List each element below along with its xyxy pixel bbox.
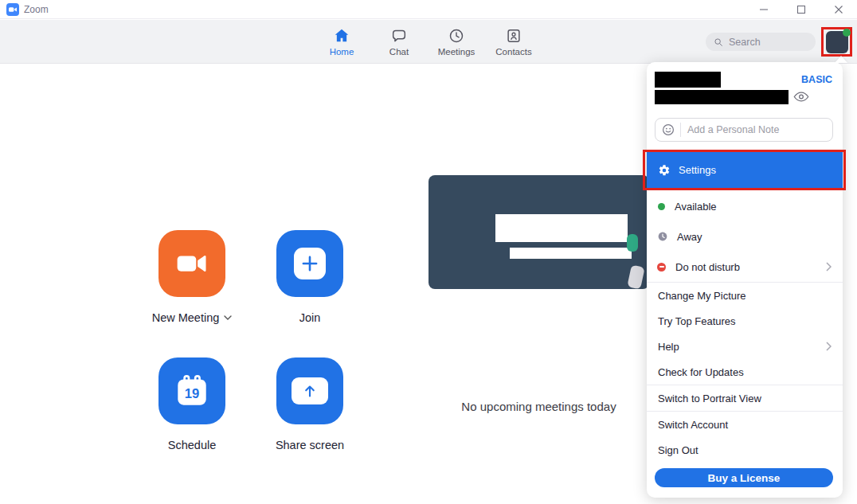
menu-item-switch-account[interactable]: Switch Account bbox=[647, 412, 843, 437]
change-my-picture-label: Change My Picture bbox=[658, 290, 832, 302]
join-label: Join bbox=[299, 311, 321, 324]
dnd-dot-icon bbox=[657, 263, 666, 272]
presence-dot-icon bbox=[843, 29, 851, 37]
search-icon bbox=[713, 37, 724, 48]
plan-badge: BASIC bbox=[801, 74, 832, 85]
share-screen-label: Share screen bbox=[276, 439, 344, 451]
menu-item-sign-out[interactable]: Sign Out bbox=[647, 437, 843, 463]
contacts-icon bbox=[505, 27, 522, 45]
tab-chat-label: Chat bbox=[389, 47, 409, 57]
chevron-right-icon bbox=[826, 262, 832, 272]
menu-item-switch-to-portrait-view[interactable]: Switch to Portrait View bbox=[647, 385, 843, 411]
arrow-up-icon bbox=[292, 377, 328, 404]
new-meeting-label: New Meeting bbox=[152, 311, 220, 324]
home-icon bbox=[333, 27, 350, 45]
menu-item-check-for-updates[interactable]: Check for Updates bbox=[647, 359, 843, 385]
maximize-button[interactable] bbox=[782, 0, 820, 19]
redacted-meeting-date bbox=[510, 248, 632, 259]
try-top-features-label: Try Top Features bbox=[658, 315, 832, 327]
status-do-not-disturb[interactable]: Do not disturb bbox=[647, 252, 843, 282]
tab-home-label: Home bbox=[330, 47, 354, 57]
redacted-meeting-time bbox=[495, 214, 628, 242]
share-screen-button[interactable]: Share screen bbox=[276, 357, 343, 451]
zoom-app-window: Zoom Home C bbox=[0, 0, 857, 504]
status-dnd-label: Do not disturb bbox=[675, 261, 816, 273]
status-available-label: Available bbox=[675, 201, 832, 213]
settings-label: Settings bbox=[679, 164, 716, 176]
search-input[interactable]: Search bbox=[706, 33, 816, 51]
chevron-down-icon[interactable] bbox=[224, 315, 232, 320]
meeting-card bbox=[428, 175, 649, 289]
emoji-icon[interactable] bbox=[655, 123, 681, 137]
header-bar: Home Chat Meetings Contacts bbox=[0, 20, 857, 64]
tab-home[interactable]: Home bbox=[319, 23, 364, 60]
calendar-date: 19 bbox=[185, 386, 200, 401]
join-button[interactable]: Join bbox=[276, 230, 343, 324]
status-away[interactable]: Away bbox=[647, 221, 843, 252]
sign-out-label: Sign Out bbox=[658, 444, 832, 456]
zoom-logo-icon bbox=[6, 3, 19, 16]
switch-account-label: Switch Account bbox=[658, 419, 832, 431]
menu-item-change-my-picture[interactable]: Change My Picture bbox=[647, 283, 843, 308]
title-bar: Zoom bbox=[0, 0, 857, 19]
schedule-button[interactable]: 19 Schedule bbox=[158, 357, 225, 451]
profile-menu: BASIC Add a Personal Note Settings Avail… bbox=[647, 62, 843, 498]
calendar-icon: 19 bbox=[172, 371, 212, 411]
tab-meetings[interactable]: Meetings bbox=[434, 23, 479, 60]
dropdown-pointer bbox=[835, 56, 847, 63]
tab-chat[interactable]: Chat bbox=[377, 23, 421, 60]
menu-item-settings[interactable]: Settings bbox=[647, 152, 843, 188]
available-dot-icon bbox=[658, 203, 665, 210]
eye-icon[interactable] bbox=[793, 91, 809, 103]
clock-icon bbox=[448, 27, 465, 45]
switch-to-portrait-view-label: Switch to Portrait View bbox=[658, 393, 832, 404]
new-meeting-button[interactable]: New Meeting bbox=[158, 230, 225, 324]
chat-icon bbox=[390, 27, 408, 45]
window-title: Zoom bbox=[24, 0, 49, 19]
video-camera-icon bbox=[175, 247, 209, 280]
avatar-highlight-box bbox=[821, 27, 852, 57]
search-placeholder: Search bbox=[729, 37, 761, 48]
personal-note-input[interactable]: Add a Personal Note bbox=[655, 118, 833, 142]
minimize-button[interactable] bbox=[745, 0, 782, 19]
menu-item-help[interactable]: Help bbox=[647, 334, 843, 359]
help-label: Help bbox=[658, 341, 826, 353]
plus-icon bbox=[294, 248, 326, 279]
card-decoration bbox=[627, 265, 644, 290]
tab-contacts-label: Contacts bbox=[495, 47, 531, 57]
main-nav: Home Chat Meetings Contacts bbox=[319, 23, 536, 60]
chevron-right-icon bbox=[826, 342, 832, 351]
menu-item-try-top-features[interactable]: Try Top Features bbox=[647, 308, 843, 334]
status-available[interactable]: Available bbox=[647, 191, 843, 221]
buy-license-button[interactable]: Buy a License bbox=[655, 468, 833, 487]
redacted-user-email bbox=[655, 90, 789, 104]
schedule-label: Schedule bbox=[168, 439, 216, 451]
away-clock-icon bbox=[658, 232, 667, 241]
personal-note-placeholder: Add a Personal Note bbox=[681, 124, 779, 135]
no-meetings-message: No upcoming meetings today bbox=[428, 400, 649, 413]
gear-icon bbox=[658, 164, 671, 177]
redacted-user-name bbox=[655, 72, 721, 88]
status-away-label: Away bbox=[677, 231, 832, 243]
settings-highlight-box bbox=[643, 150, 846, 190]
card-decoration bbox=[627, 234, 638, 252]
close-button[interactable] bbox=[820, 0, 857, 19]
tab-meetings-label: Meetings bbox=[438, 47, 475, 57]
check-for-updates-label: Check for Updates bbox=[658, 366, 832, 378]
tab-contacts[interactable]: Contacts bbox=[491, 23, 536, 60]
window-controls bbox=[745, 0, 857, 19]
profile-menu-body: Available Away Do not disturb Change My … bbox=[647, 191, 843, 463]
